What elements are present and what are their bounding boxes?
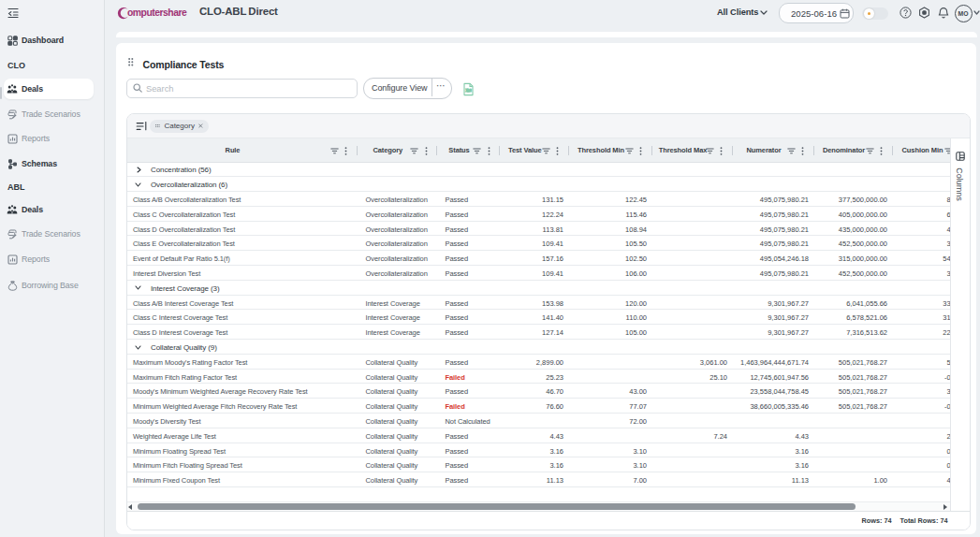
- svg-text:XLS: XLS: [465, 88, 471, 92]
